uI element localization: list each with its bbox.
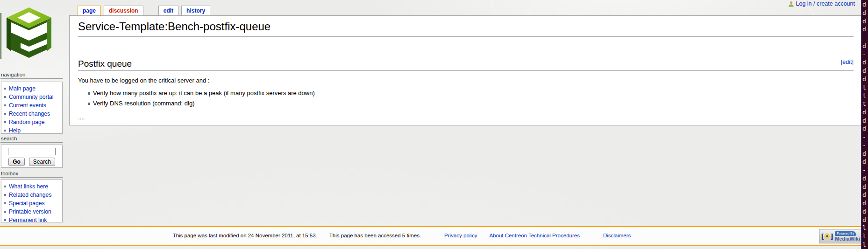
toolbox-portlet: What links here Related changes Special … <box>1 180 63 222</box>
window-edge-artifact <box>0 13 1 59</box>
sidebar-item-printable-version: Printable version <box>3 208 62 216</box>
about-link[interactable]: About Centreon Technical Procedures <box>489 233 580 238</box>
mediawiki-badge[interactable]: [ ] Powered By MediaWiki <box>819 229 862 243</box>
list-item: Verify DNS resolution (command: dig) <box>88 98 854 109</box>
disclaimers-link[interactable]: Disclaimers <box>603 233 631 238</box>
section-heading-row: [edit] Postfix queue <box>78 59 854 71</box>
wiki-page: Log in / create account page discussion … <box>0 0 861 249</box>
background-terminal-strip: d d d d - d - d d d l l t d d d - - d d … <box>861 0 868 249</box>
search-label: search <box>0 136 63 143</box>
page-tabs: page discussion edit history <box>78 6 213 15</box>
search-button[interactable]: Search <box>29 158 55 166</box>
tab-page[interactable]: page <box>78 6 101 15</box>
terminal-text: d d d d - d - d d d l l t d d d - - d d … <box>861 0 868 249</box>
list-item: Verify how many postfix are up: it can b… <box>88 88 854 98</box>
edit-section-link[interactable]: [edit] <box>841 59 854 65</box>
sidebar-item-recent-changes: Recent changes <box>3 110 62 118</box>
intro-paragraph: You have to be logged on the critical se… <box>78 77 854 84</box>
last-modified-text: This page was last modified on 24 Novemb… <box>173 233 317 238</box>
privacy-policy-link[interactable]: Privacy policy <box>444 233 477 238</box>
toolbox-label: toolbox <box>0 171 63 178</box>
sidebar-item-special-pages: Special pages <box>3 199 62 208</box>
sidebar-item-current-events: Current events <box>3 101 62 110</box>
go-button[interactable]: Go <box>8 158 25 166</box>
user-icon <box>788 1 794 7</box>
page-title: Service-Template:Bench-postfix-queue <box>78 16 854 37</box>
sidebar-item-related-changes: Related changes <box>3 191 62 199</box>
sunflower-icon <box>824 232 830 240</box>
ellipsis-text: .... <box>78 114 854 121</box>
sidebar-item-what-links-here: What links here <box>3 182 62 191</box>
mediawiki-label: MediaWiki <box>835 236 860 242</box>
tab-discussion[interactable]: discussion <box>104 6 143 15</box>
instruction-list: Verify how many postfix are up: it can b… <box>88 88 854 109</box>
section-heading: Postfix queue <box>78 59 132 69</box>
tab-edit[interactable]: edit <box>158 6 178 15</box>
search-input[interactable] <box>8 148 56 155</box>
navigation-label: navigation <box>0 72 63 79</box>
powered-by-label: Powered By <box>835 231 856 236</box>
centreon-logo[interactable] <box>4 6 54 60</box>
navigation-portlet: Main page Community portal Current event… <box>1 82 63 134</box>
sidebar-item-permanent-link: Permanent link <box>3 216 62 224</box>
sidebar-item-help: Help <box>3 126 62 135</box>
article-content: Service-Template:Bench-postfix-queue [ed… <box>69 15 861 125</box>
personal-bar: Log in / create account <box>788 0 855 7</box>
sidebar-item-community-portal: Community portal <box>3 93 62 101</box>
login-link[interactable]: Log in / create account <box>796 0 855 7</box>
page-footer: This page was last modified on 24 Novemb… <box>0 226 861 246</box>
access-count-text: This page has been accessed 5 times. <box>329 233 421 238</box>
sidebar-item-random-page: Random page <box>3 118 62 126</box>
search-portlet: Go Search <box>1 145 63 168</box>
sidebar-item-main-page: Main page <box>3 84 62 93</box>
tab-history[interactable]: history <box>181 6 210 15</box>
